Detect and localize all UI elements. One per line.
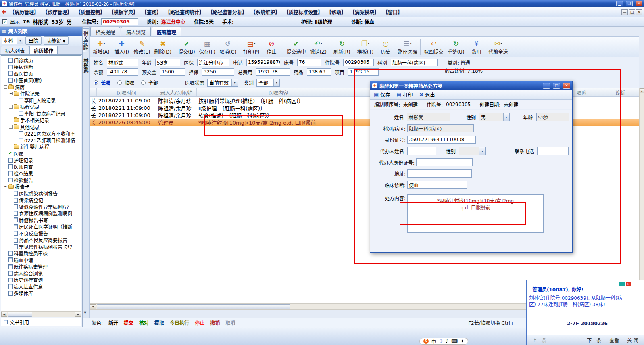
- toolbox-icon[interactable]: ✦: [461, 339, 464, 344]
- insert-button[interactable]: ✚插入(I): [112, 38, 132, 56]
- decoction-delivery-button[interactable]: ✉▾代煎全送: [487, 38, 510, 56]
- agent-name-field[interactable]: [407, 147, 436, 155]
- id-field[interactable]: 350122196411110038: [407, 136, 476, 144]
- age-field[interactable]: 53岁: [536, 113, 569, 121]
- recall-submit-button[interactable]: ↩取回提交: [422, 38, 445, 56]
- menu-item[interactable]: 【病历管理】: [8, 8, 41, 15]
- template-button[interactable]: ❐▾模板(T): [355, 38, 376, 56]
- tree-item[interactable]: 检验报告: [2, 177, 81, 184]
- moon-icon[interactable]: ☽: [439, 339, 443, 344]
- chevron-down-icon[interactable]: ▾: [503, 113, 509, 121]
- dropdown-arrow-icon[interactable]: ▾: [254, 42, 256, 45]
- tree-item[interactable]: 常见慢性病病例报告卡登: [2, 243, 81, 250]
- tree-item[interactable]: 李阳_入院记录: [2, 97, 81, 104]
- cancel-button[interactable]: ↺取消(C): [217, 38, 238, 56]
- order-status-select[interactable]: 当前有效 ▾: [207, 79, 238, 87]
- notify-close-button[interactable]: 关 闭: [627, 337, 638, 343]
- function-keys-button[interactable]: 功能键 ▾: [44, 36, 69, 45]
- long-order-label[interactable]: 长嘱: [101, 79, 110, 86]
- keyboard-icon[interactable]: ⌨: [451, 339, 458, 344]
- table-vertical-scrollbar[interactable]: ▲: [639, 88, 644, 303]
- dialog-exit-button[interactable]: ✖退出: [419, 91, 435, 98]
- document-reference-bar[interactable]: 文书引用: [1, 318, 81, 326]
- show-checkbox[interactable]: ✓: [2, 19, 7, 24]
- tree-item[interactable]: 中医首页(新): [2, 77, 81, 84]
- dialog-save-button[interactable]: ▦保存: [374, 91, 390, 98]
- temp-order-radio[interactable]: [117, 80, 122, 85]
- scroll-left-icon[interactable]: ◀: [90, 304, 96, 309]
- dept-field[interactable]: 肛肠一科(病区): [407, 124, 474, 132]
- expander-icon[interactable]: −: [9, 125, 13, 129]
- tree-item[interactable]: 药品不良反应简要报告: [2, 237, 81, 244]
- scroll-thumb[interactable]: [8, 312, 32, 317]
- discharge-button[interactable]: 出院: [25, 36, 42, 45]
- dialog-maximize-button[interactable]: □: [553, 83, 560, 89]
- form-field[interactable]: 林彤武: [107, 59, 138, 66]
- close-button[interactable]: ✕: [636, 1, 642, 6]
- child-minimize-button[interactable]: —: [621, 9, 628, 15]
- delete-button[interactable]: ✖删除(D): [152, 38, 174, 56]
- tab-patient-browse[interactable]: 病人浏览: [121, 27, 151, 36]
- tree-item[interactable]: −其他记录: [2, 123, 81, 130]
- undo-button[interactable]: ↶▾撤销(Z): [308, 38, 329, 56]
- edit-button[interactable]: ✎修改(E): [132, 38, 152, 56]
- expander-icon[interactable]: −: [9, 92, 13, 95]
- menu-item[interactable]: 【质控标准设置】: [282, 8, 325, 15]
- tree-item[interactable]: 医师自查: [2, 163, 81, 170]
- tree-item[interactable]: 不良反应报告: [2, 230, 81, 237]
- scroll-right-icon[interactable]: ▶: [75, 312, 81, 317]
- scroll-up-icon[interactable]: ▲: [640, 88, 644, 93]
- address-field[interactable]: [407, 169, 472, 178]
- lang-icon[interactable]: 中: [431, 338, 436, 345]
- menu-item[interactable]: 【病案模块】: [348, 8, 381, 15]
- tree-item[interactable]: 肿瘤报告书写: [2, 217, 81, 224]
- tree-item[interactable]: 疑似食源性异常病例/异: [2, 203, 81, 210]
- tree-item[interactable]: 0221医患双方不收和不: [2, 130, 81, 137]
- tree-item[interactable]: 门诊病历: [2, 57, 81, 64]
- menu-item[interactable]: 【系统维护】: [249, 8, 282, 15]
- fee-button[interactable]: ¥费用: [467, 38, 487, 56]
- admission-number-input[interactable]: 00290305: [101, 18, 138, 25]
- dropdown-arrow-icon[interactable]: ▾: [321, 42, 322, 45]
- tree-item[interactable]: −病历: [2, 84, 81, 90]
- menu-item[interactable]: 【窗口】: [381, 8, 404, 15]
- form-field[interactable]: 连江分中心: [197, 59, 229, 66]
- dialog-print-button[interactable]: ▤打印: [396, 91, 413, 98]
- tree-item[interactable]: 既往疾病史管理: [2, 263, 81, 270]
- tab-patient-list[interactable]: 病人列表: [1, 46, 29, 54]
- notify-minimize-icon[interactable]: —: [619, 282, 625, 286]
- ime-bar[interactable]: S中☽♪⌨✦: [419, 338, 468, 345]
- tree-item[interactable]: −病程记录: [2, 104, 81, 111]
- history-button[interactable]: ◷历史: [375, 38, 396, 56]
- dropdown-arrow-icon[interactable]: ▾: [103, 42, 105, 45]
- scroll-left-icon[interactable]: ◀: [1, 312, 7, 317]
- previous-item-button[interactable]: 上一条: [532, 337, 546, 343]
- expander-icon[interactable]: −: [4, 85, 7, 89]
- all-order-label[interactable]: 全部: [148, 79, 158, 86]
- submit-selected-button[interactable]: ✔提交选中: [284, 38, 308, 56]
- chevron-down-icon[interactable]: ▾: [479, 147, 485, 155]
- tree-item[interactable]: −报告卡: [2, 184, 81, 190]
- tree-item[interactable]: 护理记录: [2, 157, 81, 164]
- tree-item[interactable]: 0221乙肝项目检测知情: [2, 137, 81, 144]
- tree-item[interactable]: −住院记录: [2, 90, 81, 97]
- tab-record-operations[interactable]: 病历操作: [29, 46, 58, 54]
- tree-item[interactable]: 居民死亡医学证明（推断: [2, 224, 81, 230]
- name-field[interactable]: 林彤武: [407, 113, 450, 121]
- tree-item[interactable]: 西医首页: [2, 70, 81, 77]
- strip-down-icon[interactable]: ▼: [84, 311, 86, 314]
- sogou-icon[interactable]: S: [423, 339, 429, 344]
- temp-order-label[interactable]: 临嘱: [125, 79, 134, 86]
- child-restore-button[interactable]: □: [629, 9, 635, 15]
- expander-icon[interactable]: −: [9, 105, 13, 109]
- refresh-button[interactable]: ↻刷新(R): [331, 38, 352, 56]
- chevron-down-icon[interactable]: ▾: [17, 37, 23, 44]
- form-field[interactable]: 53岁: [155, 59, 180, 66]
- maximize-button[interactable]: ❐: [626, 1, 633, 6]
- scroll-thumb[interactable]: [97, 304, 290, 309]
- mic-icon[interactable]: ♪: [446, 339, 448, 344]
- tree-item[interactable]: 手术相关记录: [2, 117, 81, 124]
- sex-select[interactable]: 男▾: [479, 113, 510, 121]
- menu-item[interactable]: 【查询】: [140, 8, 163, 15]
- stop-button[interactable]: ⊘停止: [261, 38, 281, 56]
